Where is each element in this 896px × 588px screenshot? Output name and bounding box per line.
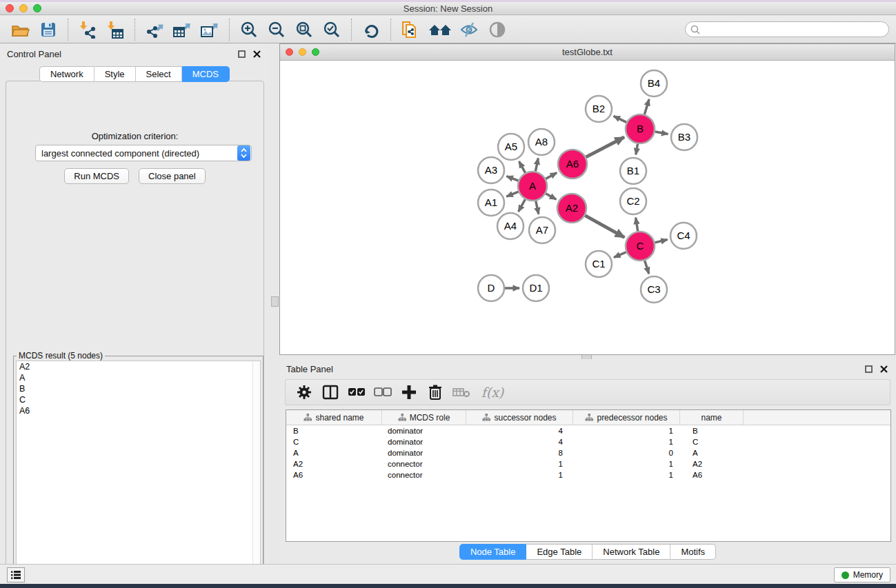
edge-A2-C[interactable]	[585, 216, 624, 238]
table-settings-button[interactable]	[294, 382, 315, 403]
table-close-panel-icon[interactable]	[878, 363, 889, 374]
tab-network[interactable]: Network	[39, 66, 94, 82]
column-header-successor-nodes[interactable]: successor nodes	[466, 410, 573, 425]
export-table-button[interactable]	[170, 19, 194, 41]
table-row[interactable]: A6connector11A6	[286, 469, 890, 480]
close-panel-button[interactable]: Close panel	[139, 168, 206, 184]
zoom-selected-button[interactable]	[320, 19, 344, 41]
column-header-shared-name[interactable]: shared name	[286, 410, 382, 425]
zoom-in-icon	[240, 21, 258, 39]
search-input[interactable]	[700, 25, 888, 34]
table-cell: 4	[466, 438, 573, 446]
vertical-splitter-handle[interactable]	[271, 296, 279, 307]
edge-C-C2[interactable]	[636, 218, 638, 232]
result-item[interactable]: A6	[17, 405, 260, 416]
tab-network-table[interactable]: Network Table	[593, 544, 670, 560]
table-row[interactable]: Cdominator41C	[286, 436, 890, 447]
table-float-panel-icon[interactable]	[863, 363, 874, 374]
result-scrollbar-track[interactable]	[252, 361, 260, 587]
edge-C-C4[interactable]	[655, 240, 667, 243]
result-item[interactable]: A2	[17, 361, 260, 372]
node-label-B3: B3	[678, 131, 690, 143]
node-label-B2: B2	[593, 103, 605, 114]
apply-layout-button[interactable]	[359, 19, 383, 41]
show-column-panel-button[interactable]	[320, 382, 341, 403]
edge-B-B4[interactable]	[644, 99, 649, 114]
edge-A-A5[interactable]	[519, 161, 525, 173]
toolbar-separator	[68, 19, 68, 41]
tab-motifs[interactable]: Motifs	[670, 544, 716, 560]
mcds-result-list[interactable]: A2ABCA6	[16, 361, 261, 587]
tab-mcds[interactable]: MCDS	[182, 66, 230, 82]
edge-A-A6[interactable]	[546, 173, 557, 179]
export-network-button[interactable]	[143, 19, 166, 41]
edge-C-C1[interactable]	[614, 252, 626, 258]
node-label-C4: C4	[677, 230, 690, 241]
import-table-button[interactable]	[103, 19, 127, 41]
delete-column-button[interactable]	[425, 382, 446, 403]
clone-network-button[interactable]	[399, 19, 422, 41]
toolbar-separator	[229, 19, 230, 41]
close-panel-icon[interactable]	[251, 48, 262, 59]
edge-A-A3[interactable]	[506, 176, 518, 181]
edge-B-B2[interactable]	[614, 116, 627, 122]
edge-A6-B[interactable]	[586, 137, 624, 157]
zoom-in-button[interactable]	[237, 19, 261, 41]
result-item[interactable]: C	[17, 394, 260, 405]
memory-status-icon	[842, 571, 849, 579]
float-panel-icon[interactable]	[236, 48, 247, 59]
edge-B-B1[interactable]	[636, 144, 638, 155]
tab-style[interactable]: Style	[94, 66, 136, 82]
save-session-button[interactable]	[37, 19, 60, 41]
optimization-criterion-label: Optimization criterion:	[6, 131, 263, 141]
open-folder-icon	[12, 22, 30, 37]
export-image-button[interactable]	[198, 19, 221, 41]
table-row[interactable]: Bdominator41B	[286, 425, 890, 436]
network-view-window: testGlobe.txt AA1A2A3A4A5A6A7A8BB1B2B3B4…	[279, 43, 895, 355]
zoom-selected-icon	[323, 21, 341, 39]
zoom-fit-button[interactable]	[292, 19, 316, 41]
column-header-MCDS-role[interactable]: MCDS role	[382, 410, 466, 425]
status-bar: Memory	[0, 564, 896, 584]
zoom-out-button[interactable]	[265, 19, 288, 41]
fx-icon: f(x)	[481, 385, 504, 400]
import-network-button[interactable]	[76, 19, 99, 41]
node-label-A8: A8	[535, 136, 548, 148]
table-row[interactable]: A2connector11A2	[286, 458, 890, 469]
edge-A-A2[interactable]	[546, 194, 556, 200]
edge-A-A8[interactable]	[535, 159, 538, 172]
edge-A-A7[interactable]	[536, 201, 539, 214]
result-item[interactable]: A	[17, 372, 260, 383]
edge-A-A1[interactable]	[506, 192, 518, 196]
create-column-button[interactable]	[399, 382, 419, 403]
table-cell: A6	[286, 471, 382, 479]
criterion-dropdown[interactable]: largest connected component (directed)	[35, 145, 252, 161]
hide-graphics-details-button[interactable]	[458, 19, 481, 41]
tab-select[interactable]: Select	[136, 66, 182, 82]
column-header-predecessor-nodes[interactable]: predecessor nodes	[573, 410, 680, 425]
memory-button[interactable]: Memory	[834, 567, 890, 582]
result-item[interactable]: B	[17, 383, 260, 394]
network-canvas[interactable]: AA1A2A3A4A5A6A7A8BB1B2B3B4CC1C2C3C4DD1	[281, 61, 894, 354]
delete-table-button[interactable]	[451, 382, 472, 403]
run-mcds-button[interactable]: Run MCDS	[64, 168, 129, 184]
table-cell: 4	[466, 427, 573, 435]
edge-A-A4[interactable]	[519, 199, 526, 212]
column-header-name[interactable]: name	[680, 410, 744, 425]
open-session-button[interactable]	[9, 19, 32, 41]
node-table[interactable]: shared nameMCDS rolesuccessor nodesprede…	[286, 409, 891, 542]
search-field[interactable]	[685, 21, 889, 37]
task-history-button[interactable]	[7, 567, 25, 582]
edge-B-B3[interactable]	[655, 132, 668, 134]
unselect-all-columns-button[interactable]	[372, 382, 393, 403]
home-button[interactable]	[426, 19, 454, 41]
select-all-columns-button[interactable]	[346, 382, 367, 403]
network-window-titlebar: testGlobe.txt	[280, 44, 895, 61]
tab-node-table[interactable]: Node Table	[459, 544, 527, 560]
tab-edge-table[interactable]: Edge Table	[526, 544, 593, 560]
table-cell: connector	[382, 471, 466, 479]
function-builder-button[interactable]: f(x)	[477, 382, 508, 403]
show-graphics-details-button[interactable]	[486, 19, 509, 41]
edge-C-C3[interactable]	[645, 261, 649, 274]
table-row[interactable]: Adominator80A	[286, 447, 890, 458]
